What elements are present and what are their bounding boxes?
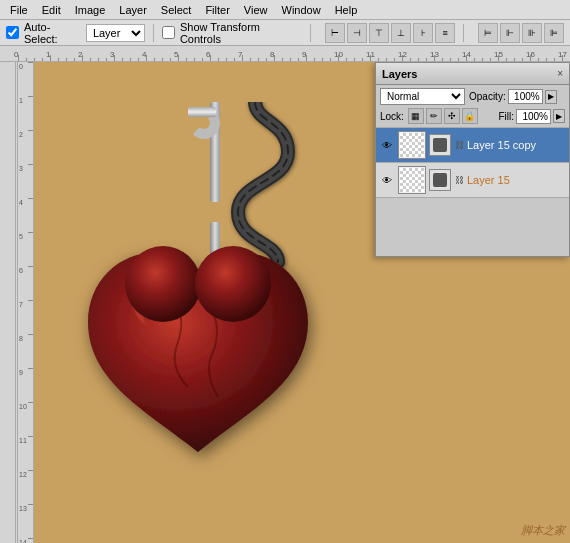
canvas-ruler-v: 01234567891011121314 xyxy=(18,62,34,543)
layer-row-1[interactable]: 👁 ⛓ Layer 15 xyxy=(376,163,569,198)
menu-file[interactable]: File xyxy=(4,2,34,18)
layer-thumb-checker-1 xyxy=(400,168,424,192)
dist-right-icon[interactable]: ⊪ xyxy=(522,23,542,43)
layers-panel: Layers × Normal Multiply Screen Overlay … xyxy=(375,62,570,257)
lock-all-btn[interactable]: 🔒 xyxy=(462,108,478,124)
align-left-icon[interactable]: ⊢ xyxy=(325,23,345,43)
layer-link-icon-1: ⛓ xyxy=(454,175,464,185)
opacity-input[interactable] xyxy=(508,89,543,104)
fill-arrow-btn[interactable]: ▶ xyxy=(553,109,565,123)
menu-view[interactable]: View xyxy=(238,2,274,18)
watermark: 脚本之家 xyxy=(521,523,565,538)
ruler-vertical xyxy=(0,62,16,543)
divider-1 xyxy=(153,24,154,42)
left-ruler xyxy=(0,62,18,543)
menu-layer[interactable]: Layer xyxy=(113,2,153,18)
align-bottom-icon[interactable]: ≡ xyxy=(435,23,455,43)
show-transform-group: Show Transform Controls xyxy=(162,21,302,45)
layer-thumb-1 xyxy=(398,166,426,194)
fill-label: Fill: xyxy=(498,111,514,122)
canvas-area[interactable]: 01234567891011121314 xyxy=(18,62,570,543)
menu-image[interactable]: Image xyxy=(69,2,112,18)
layer-name-0: Layer 15 copy xyxy=(467,139,566,151)
menu-bar: File Edit Image Layer Select Filter View… xyxy=(0,0,570,20)
show-transform-checkbox[interactable] xyxy=(162,26,175,39)
divider-2 xyxy=(310,24,311,42)
dist-top-icon[interactable]: ⊫ xyxy=(544,23,564,43)
fill-input[interactable] xyxy=(516,109,551,124)
fill-group: Fill: ▶ xyxy=(498,109,565,124)
menu-help[interactable]: Help xyxy=(329,2,364,18)
menu-edit[interactable]: Edit xyxy=(36,2,67,18)
menu-filter[interactable]: Filter xyxy=(199,2,235,18)
main-area: 01234567891011121314 xyxy=(0,62,570,543)
opacity-label: Opacity: xyxy=(469,91,506,102)
autoselect-label: Auto-Select: xyxy=(24,21,83,45)
svg-point-1 xyxy=(195,246,271,322)
autoselect-dropdown[interactable]: Layer Group xyxy=(86,24,145,42)
layer-mask-1 xyxy=(429,169,451,191)
ruler-horizontal: 01234567891011121314151617 xyxy=(0,46,570,62)
lock-fill-row: Lock: ▦ ✏ ✣ 🔒 Fill: ▶ xyxy=(380,108,565,124)
opacity-arrow-btn[interactable]: ▶ xyxy=(545,90,557,104)
lock-transparent-btn[interactable]: ▦ xyxy=(408,108,424,124)
layers-close-button[interactable]: × xyxy=(557,68,563,79)
divider-3 xyxy=(463,24,464,42)
autoselect-group: Auto-Select: Layer Group xyxy=(6,21,145,45)
align-center-h-icon[interactable]: ⊣ xyxy=(347,23,367,43)
layer-link-icon-0: ⛓ xyxy=(454,140,464,150)
menu-select[interactable]: Select xyxy=(155,2,198,18)
layer-row-0[interactable]: 👁 ⛓ Layer 15 copy xyxy=(376,128,569,163)
layer-thumb-checker-0 xyxy=(400,133,424,157)
autoselect-checkbox[interactable] xyxy=(6,26,19,39)
lock-label: Lock: xyxy=(380,111,404,122)
align-right-icon[interactable]: ⊤ xyxy=(369,23,389,43)
layer-visibility-icon-0[interactable]: 👁 xyxy=(379,137,395,153)
heart-svg xyxy=(68,212,328,492)
layer-thumb-0 xyxy=(398,131,426,159)
show-transform-label: Show Transform Controls xyxy=(180,21,302,45)
lock-position-btn[interactable]: ✣ xyxy=(444,108,460,124)
layers-title-bar: Layers × xyxy=(376,63,569,85)
layers-title: Layers xyxy=(382,68,417,80)
dist-left-icon[interactable]: ⊨ xyxy=(478,23,498,43)
layers-controls: Normal Multiply Screen Overlay Opacity: … xyxy=(376,85,569,128)
svg-point-0 xyxy=(125,246,201,322)
dist-center-icon[interactable]: ⊩ xyxy=(500,23,520,43)
lock-icons-group: ▦ ✏ ✣ 🔒 xyxy=(408,108,478,124)
lock-pixels-btn[interactable]: ✏ xyxy=(426,108,442,124)
layer-visibility-icon-1[interactable]: 👁 xyxy=(379,172,395,188)
options-bar: Auto-Select: Layer Group Show Transform … xyxy=(0,20,570,46)
align-center-v-icon[interactable]: ⊦ xyxy=(413,23,433,43)
distribute-icons: ⊨ ⊩ ⊪ ⊫ xyxy=(478,23,564,43)
layer-name-1: Layer 15 xyxy=(467,174,566,186)
opacity-group: Opacity: ▶ xyxy=(469,89,557,104)
blend-mode-dropdown[interactable]: Normal Multiply Screen Overlay xyxy=(380,88,465,105)
menu-window[interactable]: Window xyxy=(276,2,327,18)
layer-mask-0 xyxy=(429,134,451,156)
align-icons: ⊢ ⊣ ⊤ ⊥ ⊦ ≡ xyxy=(325,23,455,43)
align-top-icon[interactable]: ⊥ xyxy=(391,23,411,43)
blend-opacity-row: Normal Multiply Screen Overlay Opacity: … xyxy=(380,88,565,105)
